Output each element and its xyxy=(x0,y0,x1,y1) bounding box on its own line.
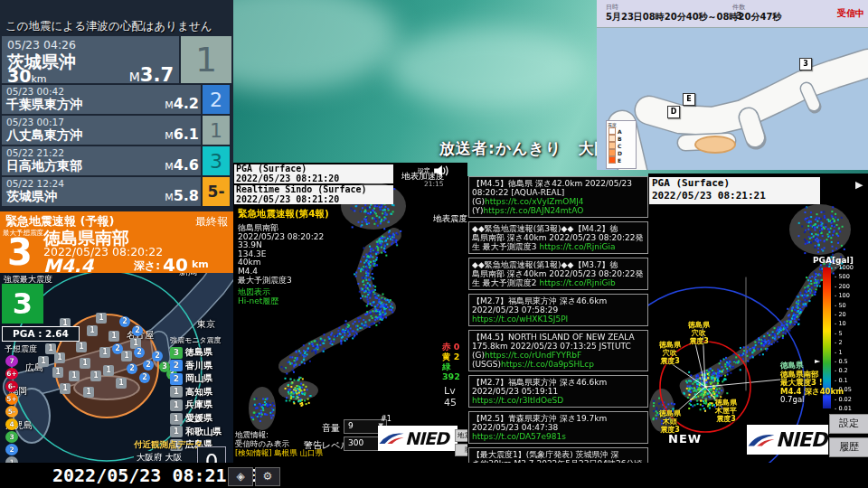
prefecture-name: 岡山県 xyxy=(185,372,212,385)
scale-item: 6- xyxy=(5,380,18,392)
intensity-badge: 1 xyxy=(170,399,183,411)
kyoshin-pga-panel: PGA (Surface)2022/05/23 08:21:21 ▶ PGA[g… xyxy=(648,174,868,463)
history-button[interactable]: 履歴 xyxy=(455,444,467,456)
pga-tick-label: - 5 xyxy=(835,330,865,337)
tweet-text: 175.8km 2022/05/23 07:13:25 JST[UTC xyxy=(472,342,631,351)
pga-tick-label: - 500 xyxy=(835,273,865,280)
history-button[interactable]: 履歴 xyxy=(829,437,868,457)
nearby-station-title: 付近観測点データ xyxy=(134,439,203,451)
monitor-settings-button[interactable]: 設定 xyxy=(418,166,430,175)
history-row[interactable]: 05/23 00:42千葉県東方沖M4.22 xyxy=(2,85,230,114)
diamond-icon: ◈ xyxy=(236,470,244,483)
quake-depth: 30km xyxy=(7,66,47,86)
tweet-text: 生 最大予測震度3 xyxy=(472,242,539,251)
tweet-text: (G) xyxy=(472,351,485,360)
feed-item[interactable]: 【M2.5】青森県東方沖 深さ19.7km2022/05/23 04:47:38… xyxy=(468,411,648,444)
legend-row: C xyxy=(608,142,635,149)
pga-tick-label: - 2 xyxy=(835,339,865,346)
prefecture-name: 和歌山県 xyxy=(185,426,222,438)
intensity-badge: 1 xyxy=(170,426,183,437)
kyoshin-max-intensity: 3 xyxy=(2,284,43,324)
tweet-link[interactable]: https://t.co/rUndFYYRbF xyxy=(485,351,581,360)
feed-item[interactable]: 【最大震度1】(気象庁発表) 茨城県沖 深さ約30km M3.7 2022年5月… xyxy=(468,447,648,463)
speaker-icon[interactable] xyxy=(433,164,449,177)
new-event-flag: NEW xyxy=(668,432,702,446)
map-link[interactable]: 地図表示 xyxy=(238,287,278,296)
intensity-badge: 2 xyxy=(170,360,183,371)
quake-time: 05/23 04:26 xyxy=(7,38,76,52)
station-annotation: 徳島県木頭震度3 xyxy=(650,410,690,434)
intensity-badge: 5- xyxy=(201,177,230,206)
tweet-text: 島県南部 深さ40km 2022/05/23 08:20:22発 xyxy=(472,233,644,242)
feed-item[interactable]: ◆◆緊急地震速報(第3報)◆◆【M4.2】徳島県南部 深さ40km 2022/0… xyxy=(468,221,648,254)
intensity-badge: 1 xyxy=(201,116,230,145)
quake-time: 05/23 00:42 xyxy=(6,86,64,97)
prefecture-row: 1兵庫県 xyxy=(170,399,212,411)
tweet-text: 2022/05/23 05:19:11 xyxy=(472,387,558,396)
map-mode-button[interactable]: ◈ xyxy=(228,467,253,486)
tweet-link[interactable]: https://t.co/0a9pSHLcp xyxy=(501,360,594,369)
history-row[interactable]: 05/22 21:22日高地方東部M4.63 xyxy=(2,146,230,175)
tsunami-notice: この地震による津波の心配はありません xyxy=(5,19,231,34)
feed-item[interactable]: 【M2.7】福島県東方沖 深さ46.6km2022/05/23 07:58:29… xyxy=(468,294,648,326)
tweet-link[interactable]: https://t.co/wHXK1SJ5PI xyxy=(472,314,568,324)
prefecture-intensity-list: 強震モニタ震度 3徳島県2香川県2岡山県1高知県1兵庫県1愛媛県1和歌山県1広島… xyxy=(170,335,233,347)
intensity-badge: 1 xyxy=(170,413,183,425)
report-count: 3 xyxy=(736,11,742,21)
history-row[interactable]: 05/23 00:17八丈島東方沖M6.11 xyxy=(2,116,230,145)
japan-region-map xyxy=(597,27,868,170)
pga-tick-label: - 10 xyxy=(835,320,865,327)
quake-time: 05/23 00:17 xyxy=(6,117,64,127)
play-icon[interactable]: ▶ xyxy=(855,179,863,191)
prefecture-row: 1愛媛県 xyxy=(170,412,212,425)
tweet-text: 【M2.7】福島県東方沖 深さ46.6km xyxy=(472,378,607,387)
feed-item[interactable]: 【M4.5】徳島県 深さ42.0km 2022/05/2308:20:22 [A… xyxy=(468,176,648,218)
prefecture-name: 徳島県 xyxy=(185,346,212,359)
feed-item[interactable]: ◆◆緊急地震速報(第1報)◆◆【M3.7】徳島県南部 深さ40km 2022/0… xyxy=(468,258,648,290)
tweet-text: 【M4.5】NORTH ISLAND OF NEW ZEALA xyxy=(472,333,635,342)
tweet-link[interactable]: https://t.co/r3ltIdOeSD xyxy=(472,396,563,405)
map-mode-header: Realtime Sindo (Surface)2022/05/23 08:21… xyxy=(234,185,393,204)
scale-item: 3 xyxy=(5,431,18,443)
tweet-link[interactable]: https://t.co/BAJN24mtAO xyxy=(484,206,584,215)
quake-time: 05/22 21:22 xyxy=(6,147,64,158)
settings-button[interactable]: ⚙ xyxy=(255,467,280,486)
prefecture-list-title: 強震モニタ震度 xyxy=(170,335,233,345)
report-legend: 震度 ABCDE xyxy=(606,120,637,169)
nied-logo: NIED xyxy=(378,426,458,451)
broadcaster-caption: 放送者:かんきり 大阪 xyxy=(439,138,610,159)
feed-item[interactable]: 【M2.7】福島県東方沖 深さ46.6km2022/05/23 05:19:11… xyxy=(468,375,648,408)
scale-item: 7 xyxy=(5,355,18,367)
eew-final-report: 最終報 xyxy=(195,214,228,230)
nearby-station-name: 大阪府 大阪 xyxy=(134,451,196,463)
quake-magnitude: M3.7 xyxy=(129,64,174,86)
intensity-badge: 3 xyxy=(201,146,230,175)
quake-magnitude: M4.6 xyxy=(165,156,199,174)
quake-info-button[interactable]: 地震情報 xyxy=(455,429,467,442)
map-mode-header: PGA (Surface)2022/05/23 08:21:20 xyxy=(234,164,393,183)
kyoshin-monitor-panel: PGA (Surface)2022/05/23 08:21:20 Realtim… xyxy=(233,163,467,463)
tweet-text: 【M2.5】青森県東方沖 深さ19.7km xyxy=(472,414,607,423)
settings-button[interactable]: 設定 xyxy=(829,414,868,434)
tweet-link[interactable]: https://t.co/xVyIZmOMJ4 xyxy=(485,197,584,206)
tweet-text: 【最大震度1】(気象庁発表) 茨城県沖 深 xyxy=(472,450,618,459)
tweet-link[interactable]: https://t.co/DA57e981s xyxy=(472,432,566,441)
quake-place: 千葉県東方沖 xyxy=(6,97,82,113)
pga-tick-label: - 1000 xyxy=(835,264,865,271)
epicenter-summary: 徳島県徳島県南部最大震度3 !M4.4 深さ40km0.7gal xyxy=(780,361,863,405)
eew-depth-value: 40 xyxy=(163,254,188,276)
region-report-marker: E xyxy=(683,93,695,106)
tweet-link[interactable]: https://t.co/RjniGia xyxy=(539,242,615,251)
quake-place: 八丈島東方沖 xyxy=(6,127,82,144)
pga-tick-label: - 1 xyxy=(835,349,865,356)
quake-info-note: 地震情報:受信時のみ表示 xyxy=(235,430,289,448)
map-link[interactable]: Hi-net履歴 xyxy=(238,296,278,305)
prefecture-name: 愛媛県 xyxy=(185,412,212,425)
tweet-text: 2022/05/23 07:58:29 xyxy=(472,305,558,314)
tweet-text: 【M4.5】徳島県 深さ42.0km 2022/05/23 xyxy=(472,179,632,188)
eew-depth-unit: km xyxy=(192,258,209,270)
tweet-link[interactable]: https://t.co/RjniGib xyxy=(539,278,615,287)
history-row[interactable]: 05/22 12:24茨城県沖M5.85- xyxy=(2,177,230,206)
quake-magnitude: M6.1 xyxy=(165,126,199,143)
feed-item[interactable]: 【M4.5】NORTH ISLAND OF NEW ZEALA175.8km 2… xyxy=(468,330,648,371)
